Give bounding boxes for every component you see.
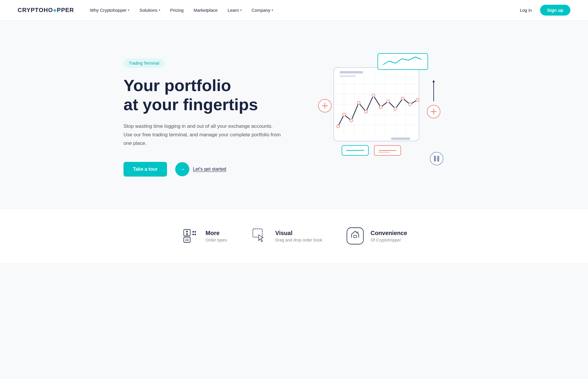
svg-point-26	[416, 98, 419, 101]
svg-rect-59	[354, 235, 357, 238]
get-started-button[interactable]: → Let's get started	[175, 162, 226, 176]
logo-text-after: PPER	[57, 7, 74, 14]
svg-point-52	[193, 234, 194, 235]
nav-actions: Log in Sign up	[516, 5, 570, 16]
take-tour-button[interactable]: Take a tour	[123, 162, 167, 177]
hero-description: Stop wasting time logging in and out of …	[123, 122, 282, 148]
visual-icon	[250, 227, 269, 245]
hero-section: Trading Terminal Your portfolio at your …	[88, 21, 500, 209]
svg-point-25	[409, 103, 412, 106]
svg-point-20	[372, 94, 375, 97]
svg-rect-13	[340, 71, 363, 73]
feature-visual: Visual Drag and drop order book	[250, 227, 322, 245]
svg-point-51	[195, 231, 196, 233]
svg-point-15	[337, 125, 340, 128]
chevron-down-icon: ▾	[128, 9, 129, 12]
chevron-down-icon: ▾	[159, 9, 160, 12]
svg-marker-57	[259, 235, 263, 242]
hero-illustration	[303, 44, 465, 191]
feature-more: More Order types	[181, 227, 227, 245]
hero-cta: Take a tour → Let's get started	[123, 162, 285, 177]
logo[interactable]: CRYPTOHO●PPER	[18, 7, 74, 14]
svg-rect-46	[184, 237, 190, 242]
arrow-right-icon: →	[179, 166, 185, 172]
svg-point-53	[195, 234, 196, 235]
logo-dot: ●	[53, 7, 57, 14]
chevron-down-icon: ▾	[272, 9, 273, 12]
hero-content: Trading Terminal Your portfolio at your …	[123, 58, 303, 176]
svg-point-19	[365, 110, 368, 113]
nav-why-cryptohopper[interactable]: Why Cryptohopper ▾	[86, 5, 133, 15]
svg-point-23	[394, 107, 397, 110]
svg-rect-43	[434, 156, 436, 162]
features-section: More Order types Visual Drag and drop or…	[0, 209, 588, 263]
svg-rect-27	[391, 137, 410, 140]
svg-marker-36	[432, 80, 435, 82]
feature-convenience-text: Convenience Of Cryptohopper	[370, 230, 407, 242]
nav-links: Why Cryptohopper ▾ Solutions ▾ Pricing M…	[86, 5, 516, 15]
signup-button[interactable]: Sign up	[540, 5, 570, 16]
logo-text-before: CRYPTOHO	[18, 7, 53, 14]
svg-marker-48	[186, 230, 188, 232]
nav-learn[interactable]: Learn ▾	[223, 5, 245, 15]
svg-point-24	[401, 97, 404, 100]
svg-marker-49	[186, 234, 188, 235]
svg-rect-44	[437, 156, 439, 162]
trading-terminal-illustration	[310, 44, 457, 191]
illustration-svg	[310, 44, 457, 191]
hero-badge: Trading Terminal	[123, 58, 165, 68]
svg-point-22	[387, 100, 390, 103]
feature-visual-text: Visual Drag and drop order book	[275, 230, 322, 242]
nav-marketplace[interactable]: Marketplace	[189, 5, 222, 15]
chevron-down-icon: ▾	[240, 9, 242, 12]
nav-company[interactable]: Company ▾	[248, 5, 277, 15]
hero-title: Your portfolio at your fingertips	[123, 76, 285, 114]
navigation: CRYPTOHO●PPER Why Cryptohopper ▾ Solutio…	[0, 0, 588, 21]
svg-rect-56	[253, 229, 262, 237]
feature-more-text: More Order types	[206, 230, 227, 242]
svg-point-17	[350, 119, 353, 122]
svg-rect-14	[340, 75, 356, 77]
nav-solutions[interactable]: Solutions ▾	[135, 5, 164, 15]
get-started-label: Let's get started	[193, 167, 226, 172]
svg-point-50	[193, 231, 194, 233]
login-button[interactable]: Log in	[516, 5, 535, 15]
svg-point-16	[343, 113, 345, 116]
order-types-icon	[181, 227, 200, 245]
svg-point-18	[357, 101, 360, 104]
svg-rect-28	[378, 53, 428, 70]
svg-point-42	[430, 152, 443, 165]
feature-convenience: Convenience Of Cryptohopper	[346, 227, 407, 245]
convenience-icon	[346, 227, 365, 245]
svg-rect-58	[347, 228, 363, 244]
svg-point-21	[379, 106, 382, 109]
get-started-circle: →	[175, 162, 189, 176]
nav-pricing[interactable]: Pricing	[166, 5, 188, 15]
